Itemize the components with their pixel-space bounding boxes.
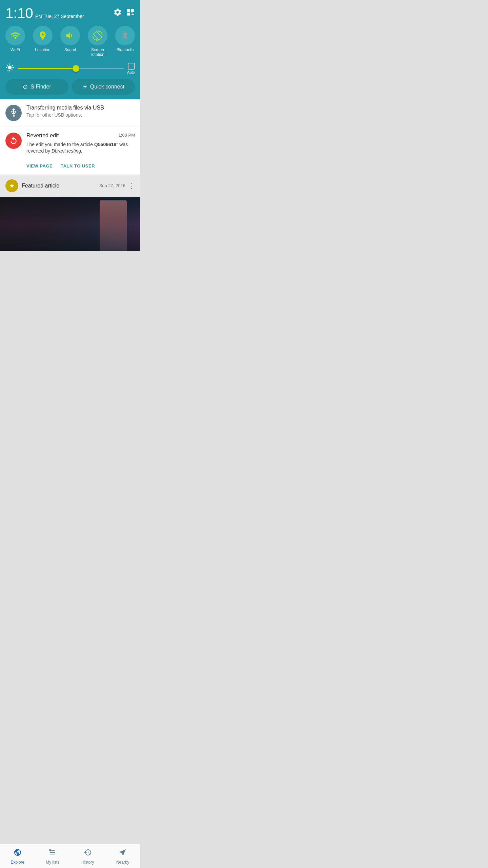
bluetooth-circle <box>115 26 135 45</box>
rotation-circle <box>88 26 107 45</box>
s-finder-icon: ⊙ <box>23 83 28 91</box>
usb-notif-subtitle: Tap for other USB options. <box>26 112 135 118</box>
star-circle: ★ <box>5 179 18 192</box>
auto-label-text: Auto <box>127 70 135 74</box>
svg-rect-4 <box>131 14 134 15</box>
view-page-button[interactable]: VIEW PAGE <box>26 163 53 169</box>
revert-notif-actions: VIEW PAGE TALK TO USER <box>26 163 95 169</box>
brightness-row: Auto <box>5 63 135 74</box>
usb-icon-circle <box>5 105 22 121</box>
quick-connect-button[interactable]: ✳ Quick connect <box>72 79 135 95</box>
time-block: 1:10 PM Tue, 27 September <box>5 6 84 20</box>
clear-button[interactable]: CLEAR <box>115 162 135 169</box>
status-bar: 1:10 PM Tue, 27 September <box>5 6 135 20</box>
revert-notif-time: 1:08 PM <box>119 133 135 138</box>
featured-article-image <box>0 197 140 251</box>
slider-fill <box>18 68 76 69</box>
auto-square <box>128 63 135 70</box>
toggle-bluetooth[interactable]: Bluetooth <box>115 26 135 57</box>
multiwindow-icon[interactable] <box>126 8 135 19</box>
wifi-label: Wi-Fi <box>11 47 20 52</box>
quick-toggles-row: Wi-Fi Location Sound <box>5 26 135 57</box>
sound-label: Sound <box>64 47 76 52</box>
revert-icon-circle <box>5 133 22 149</box>
settings-icon[interactable] <box>113 8 122 19</box>
featured-article-card[interactable]: CLEAR ★ Featured article Sep 27, 2016 ⋮ <box>0 175 140 251</box>
slider-thumb <box>73 65 79 72</box>
featured-meta: Sep 27, 2016 ⋮ <box>99 182 135 190</box>
revert-notif-title: Reverted edit <box>26 133 59 139</box>
quick-connect-icon: ✳ <box>82 83 87 91</box>
sound-circle <box>60 26 80 45</box>
svg-rect-1 <box>131 9 134 12</box>
featured-header: ★ Featured article Sep 27, 2016 ⋮ <box>0 175 140 197</box>
image-figure <box>100 200 127 251</box>
wifi-circle <box>5 26 25 45</box>
status-icons <box>113 8 135 19</box>
brightness-slider[interactable] <box>18 68 124 69</box>
quick-settings-panel: 1:10 PM Tue, 27 September <box>0 0 140 99</box>
screen-rotation-label: Screen rotation <box>91 47 104 57</box>
finder-row: ⊙ S Finder ✳ Quick connect <box>5 79 135 95</box>
toggle-location[interactable]: Location <box>33 26 53 57</box>
usb-notification[interactable]: Transferring media files via USB Tap for… <box>0 99 140 126</box>
auto-brightness[interactable]: Auto <box>127 63 135 74</box>
clock-time: 1:10 <box>5 6 33 20</box>
location-label: Location <box>35 47 50 52</box>
toggle-screen-rotation[interactable]: Screen rotation <box>88 26 107 57</box>
featured-left: ★ Featured article <box>5 179 59 192</box>
toggle-sound[interactable]: Sound <box>60 26 80 57</box>
svg-rect-3 <box>131 13 133 13</box>
bluetooth-label: Bluetooth <box>117 47 134 52</box>
usb-notif-text: Transferring media files via USB Tap for… <box>26 105 135 118</box>
revert-notif-body: The edit you made to the article Q550661… <box>26 141 135 155</box>
svg-rect-2 <box>127 13 130 16</box>
toggle-wifi[interactable]: Wi-Fi <box>5 26 25 57</box>
featured-article-title: Featured article <box>22 183 59 189</box>
s-finder-button[interactable]: ⊙ S Finder <box>5 79 68 95</box>
brightness-icon <box>5 63 14 74</box>
s-finder-label: S Finder <box>30 84 51 90</box>
talk-to-user-button[interactable]: TALK TO USER <box>61 163 95 169</box>
revert-header-row: Reverted edit 1:08 PM <box>26 133 135 140</box>
clock-ampm-date: PM Tue, 27 September <box>35 14 84 19</box>
featured-date: Sep 27, 2016 <box>99 183 125 188</box>
location-circle <box>33 26 53 45</box>
svg-rect-0 <box>127 9 130 12</box>
notifications-area: Transferring media files via USB Tap for… <box>0 99 140 251</box>
revert-notif-text: Reverted edit 1:08 PM The edit you made … <box>26 133 135 159</box>
quick-connect-label: Quick connect <box>90 84 124 90</box>
usb-notif-title: Transferring media files via USB <box>26 105 135 111</box>
dots-menu-icon[interactable]: ⋮ <box>128 182 135 190</box>
